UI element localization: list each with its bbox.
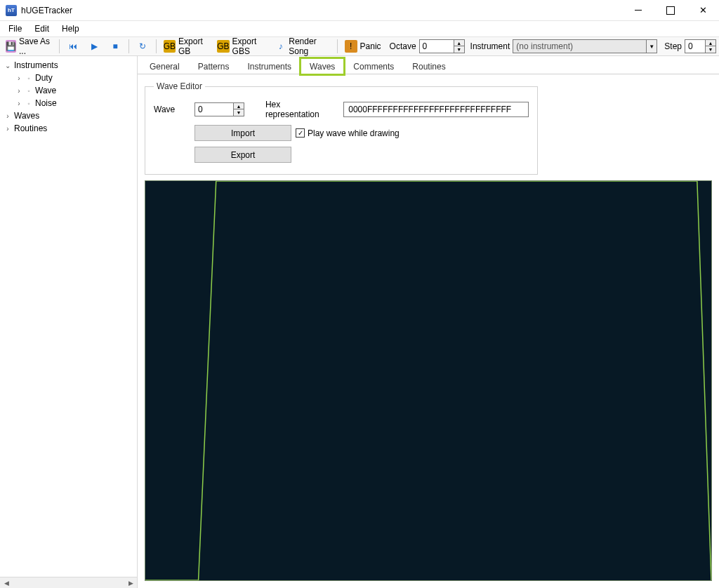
- export-gbs-button[interactable]: GB Export GBS: [214, 35, 270, 58]
- separator: [59, 39, 60, 53]
- dropdown-arrow-icon[interactable]: ▼: [646, 39, 657, 53]
- floppy-icon: 💾: [6, 40, 16, 53]
- tab-general[interactable]: General: [140, 58, 189, 74]
- octave-spinner[interactable]: ▲▼: [419, 39, 465, 53]
- menubar: File Edit Help: [0, 21, 719, 36]
- tree-noise[interactable]: › ◦ Noise: [4, 97, 133, 109]
- main: General Patterns Instruments Waves Comme…: [138, 56, 719, 588]
- tab-instruments[interactable]: Instruments: [238, 58, 301, 74]
- twisty-right-icon[interactable]: ›: [15, 74, 22, 82]
- twisty-down-icon[interactable]: ⌄: [4, 62, 11, 69]
- tree-routines[interactable]: › Routines: [4, 122, 133, 135]
- toolbar: 💾 Save As ... ⏮ ▶ ■ ↻ GB Export GB GB Ex…: [0, 36, 719, 56]
- wave-canvas[interactable]: [145, 180, 712, 581]
- tree-instruments[interactable]: ⌄ Instruments: [4, 59, 133, 72]
- step-arrows[interactable]: ▲▼: [706, 39, 716, 53]
- tree: ⌄ Instruments › ◦ Duty › ◦ Wave › ◦ Nois…: [0, 56, 137, 577]
- sidebar-scrollbar[interactable]: ◀ ▶: [0, 577, 137, 588]
- tab-comments[interactable]: Comments: [344, 58, 403, 74]
- tree-duty[interactable]: › ◦ Duty: [4, 72, 133, 84]
- wave-editor-legend: Wave Editor: [154, 81, 205, 91]
- tab-patterns[interactable]: Patterns: [189, 58, 239, 74]
- export-gb-button[interactable]: GB Export GB: [161, 35, 212, 58]
- repeat-icon: ↻: [136, 40, 149, 53]
- menu-edit[interactable]: Edit: [29, 22, 55, 35]
- tree-label: Instruments: [14, 60, 58, 70]
- render-song-label: Render Song: [289, 36, 329, 56]
- octave-input[interactable]: [419, 39, 454, 53]
- tab-routines[interactable]: Routines: [403, 58, 454, 74]
- app-icon: hT: [6, 5, 17, 16]
- window-title: hUGETracker: [21, 6, 622, 15]
- wave-spinner[interactable]: ▲▼: [194, 102, 244, 116]
- down-arrow-icon[interactable]: ▼: [706, 46, 715, 53]
- twisty-right-icon[interactable]: ›: [4, 112, 11, 120]
- wave-svg: [145, 181, 711, 580]
- export-button[interactable]: Export: [194, 147, 291, 163]
- save-as-button[interactable]: 💾 Save As ...: [3, 35, 55, 58]
- export-gb-label: Export GB: [178, 36, 209, 56]
- tree-label: Routines: [14, 123, 47, 133]
- step-label: Step: [664, 41, 682, 51]
- scroll-left-icon[interactable]: ◀: [1, 579, 11, 587]
- instrument-label: Instrument: [470, 41, 510, 51]
- up-arrow-icon[interactable]: ▲: [454, 40, 464, 46]
- play-start-button[interactable]: ⏮: [64, 39, 82, 54]
- import-button[interactable]: Import: [194, 125, 291, 141]
- wave-line: [145, 181, 711, 580]
- sidebar: ⌄ Instruments › ◦ Duty › ◦ Wave › ◦ Nois…: [0, 56, 138, 588]
- tab-bar: General Patterns Instruments Waves Comme…: [138, 56, 719, 74]
- wave-arrows[interactable]: ▲▼: [234, 102, 244, 116]
- window-controls: [622, 0, 719, 20]
- up-arrow-icon[interactable]: ▲: [706, 40, 715, 46]
- bullet-icon: ◦: [25, 74, 32, 82]
- instrument-dropdown[interactable]: ▼: [513, 39, 657, 53]
- tab-waves[interactable]: Waves: [301, 58, 344, 74]
- gb-icon: GB: [164, 40, 176, 53]
- separator: [156, 39, 157, 53]
- up-arrow-icon[interactable]: ▲: [234, 103, 244, 109]
- panic-icon: !: [345, 40, 357, 53]
- tree-label: Wave: [35, 86, 56, 95]
- loop-button[interactable]: ↻: [133, 39, 152, 54]
- render-song-button[interactable]: ♪ Render Song: [272, 35, 332, 58]
- tree-label: Waves: [14, 111, 39, 121]
- play-while-drawing-checkbox[interactable]: ✓ Play wave while drawing: [296, 128, 400, 138]
- panic-button[interactable]: ! Panic: [342, 39, 384, 54]
- separator: [337, 39, 338, 53]
- checkbox-icon[interactable]: ✓: [296, 128, 305, 138]
- titlebar: hT hUGETracker: [0, 0, 719, 21]
- tree-label: Duty: [35, 73, 53, 83]
- tree-waves[interactable]: › Waves: [4, 109, 133, 122]
- minimize-button[interactable]: [622, 0, 654, 20]
- bullet-icon: ◦: [25, 100, 32, 107]
- stop-icon: ■: [109, 40, 121, 53]
- wave-input[interactable]: [194, 102, 234, 116]
- close-button[interactable]: [687, 0, 719, 20]
- stop-button[interactable]: ■: [106, 39, 124, 54]
- wave-label: Wave: [154, 105, 187, 114]
- octave-label: Octave: [390, 41, 416, 51]
- down-arrow-icon[interactable]: ▼: [234, 109, 244, 116]
- menu-file[interactable]: File: [3, 22, 27, 35]
- play-icon: ▶: [88, 40, 100, 53]
- menu-help[interactable]: Help: [56, 22, 85, 35]
- twisty-right-icon[interactable]: ›: [4, 125, 11, 133]
- tree-wave[interactable]: › ◦ Wave: [4, 84, 133, 97]
- separator: [128, 39, 129, 53]
- twisty-right-icon[interactable]: ›: [15, 87, 22, 95]
- play-button[interactable]: ▶: [85, 39, 103, 54]
- gbs-icon: GB: [217, 40, 229, 53]
- octave-arrows[interactable]: ▲▼: [454, 39, 465, 53]
- instrument-input[interactable]: [513, 39, 646, 53]
- hex-input[interactable]: [343, 102, 529, 117]
- twisty-right-icon[interactable]: ›: [15, 100, 22, 107]
- step-spinner[interactable]: ▲▼: [685, 39, 716, 53]
- panic-label: Panic: [360, 41, 381, 51]
- tree-label: Noise: [35, 98, 57, 108]
- skip-prev-icon: ⏮: [67, 40, 79, 53]
- scroll-right-icon[interactable]: ▶: [126, 579, 136, 587]
- down-arrow-icon[interactable]: ▼: [454, 46, 464, 53]
- step-input[interactable]: [685, 39, 706, 53]
- maximize-button[interactable]: [654, 0, 687, 20]
